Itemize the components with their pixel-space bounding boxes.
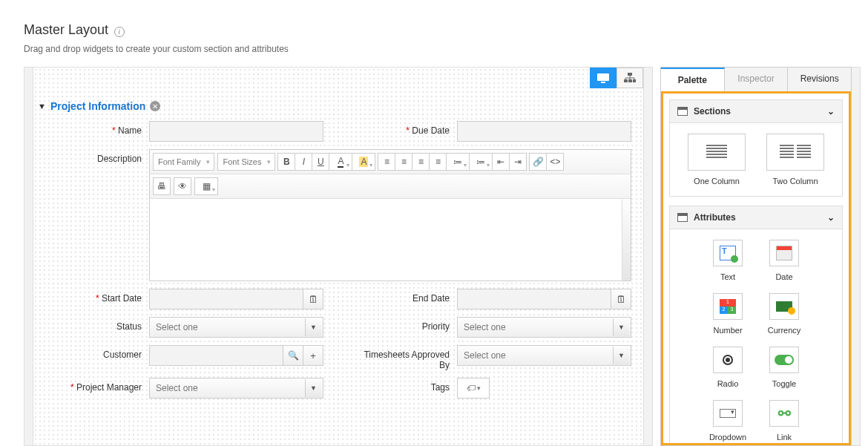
due-date-input[interactable]: [457, 121, 631, 142]
name-label: * Name: [45, 121, 149, 136]
scrollbar[interactable]: [852, 67, 861, 446]
start-date-input[interactable]: [149, 289, 303, 309]
tab-palette[interactable]: Palette: [661, 68, 725, 92]
rte-align-center-button[interactable]: ≡: [395, 153, 412, 171]
start-date-label: * Start Date: [45, 289, 149, 304]
attributes-accordion-header[interactable]: Attributes ⌄: [669, 206, 843, 229]
toggle-attribute-widget[interactable]: Toggle: [764, 347, 804, 388]
calendar-icon[interactable]: 🗓: [611, 289, 631, 309]
timesheets-label: Timesheets Approved By: [353, 345, 457, 370]
rte-outdent-button[interactable]: ⇤: [492, 153, 510, 171]
link-attribute-widget[interactable]: ⚯ Link: [764, 400, 804, 442]
currency-attribute-widget[interactable]: Currency: [764, 293, 804, 335]
svg-rect-5: [633, 79, 636, 82]
rte-underline-button[interactable]: U: [312, 153, 329, 171]
priority-select[interactable]: Select one▼: [457, 317, 631, 338]
rte-preview-button[interactable]: 👁: [174, 177, 191, 195]
rte-align-justify-button[interactable]: ≡: [429, 153, 447, 171]
collapse-icon[interactable]: ▼: [38, 102, 46, 111]
rte-print-button[interactable]: 🖶: [153, 177, 171, 195]
two-column-widget[interactable]: Two Column: [766, 134, 824, 186]
rte-link-button[interactable]: 🔗: [529, 153, 547, 171]
text-attribute-widget[interactable]: Text: [708, 240, 748, 281]
sections-accordion-header[interactable]: Sections ⌄: [669, 99, 843, 123]
tags-label: Tags: [353, 378, 457, 393]
tab-inspector[interactable]: Inspector: [725, 68, 789, 92]
name-input[interactable]: [149, 121, 323, 142]
section-icon: [677, 107, 688, 116]
scrollbar[interactable]: [622, 199, 631, 281]
description-label: Description: [45, 149, 149, 164]
rte-text-color-button[interactable]: A: [329, 153, 352, 171]
svg-rect-2: [628, 73, 632, 76]
desktop-view-button[interactable]: [590, 68, 617, 88]
rte-table-button[interactable]: ▦: [194, 177, 218, 195]
rte-align-right-button[interactable]: ≡: [412, 153, 430, 171]
page-subtitle: Drag and drop widgets to create your cus…: [24, 44, 868, 54]
tab-revisions[interactable]: Revisions: [788, 68, 851, 92]
page-title: Master Layout: [24, 22, 108, 38]
date-attribute-widget[interactable]: Date: [764, 240, 804, 281]
hierarchy-view-button[interactable]: [617, 68, 643, 88]
add-button[interactable]: +: [303, 345, 323, 366]
svg-rect-1: [601, 82, 605, 83]
project-manager-select[interactable]: Select one▼: [149, 378, 323, 399]
radio-attribute-widget[interactable]: Radio: [708, 347, 748, 388]
rte-italic-button[interactable]: I: [295, 153, 312, 171]
search-icon[interactable]: 🔍: [283, 345, 303, 366]
svg-rect-3: [624, 79, 628, 82]
rte-font-sizes[interactable]: Font Sizes: [217, 153, 275, 171]
rte-textarea[interactable]: [150, 199, 631, 281]
rte-bg-color-button[interactable]: A: [352, 153, 375, 171]
project-manager-label: * Project Manager: [45, 378, 149, 393]
rte-code-button[interactable]: <>: [546, 153, 564, 171]
remove-section-button[interactable]: ✕: [150, 101, 160, 111]
section-icon: [677, 213, 688, 222]
rte-bold-button[interactable]: B: [277, 153, 295, 171]
timesheets-select[interactable]: Select one▼: [457, 345, 631, 366]
rte-align-left-button[interactable]: ≡: [378, 153, 395, 171]
info-icon[interactable]: i: [114, 27, 125, 37]
section-title[interactable]: Project Information: [50, 100, 145, 112]
chevron-down-icon: ⌄: [827, 212, 835, 223]
rte-font-family[interactable]: Font Family: [153, 153, 214, 171]
status-label: Status: [45, 317, 149, 332]
rte-indent-button[interactable]: ⇥: [509, 153, 527, 171]
customer-label: Customer: [45, 345, 149, 360]
scrollbar[interactable]: [24, 68, 33, 445]
palette-highlighted-area: Sections ⌄ One Column Two Column: [661, 91, 851, 445]
svg-rect-0: [597, 73, 609, 81]
chevron-down-icon: ⌄: [827, 106, 835, 117]
status-select[interactable]: Select one▼: [149, 317, 323, 338]
svg-rect-4: [628, 79, 632, 82]
rte-number-list-button[interactable]: ≔: [469, 153, 493, 171]
layout-canvas: ▼ Project Information ✕ * Name * Due Dat…: [24, 67, 653, 446]
due-date-label: * Due Date: [353, 121, 457, 136]
dropdown-attribute-widget[interactable]: Dropdown: [708, 400, 748, 442]
number-attribute-widget[interactable]: 123 Number: [708, 293, 748, 335]
calendar-icon[interactable]: 🗓: [303, 289, 323, 309]
customer-input[interactable]: [149, 345, 283, 366]
rte-bullet-list-button[interactable]: ≔: [446, 153, 470, 171]
end-date-label: End Date: [353, 289, 457, 304]
priority-label: Priority: [353, 317, 457, 332]
one-column-widget[interactable]: One Column: [688, 134, 746, 186]
scrollbar[interactable]: [643, 68, 652, 445]
description-editor[interactable]: Font Family Font Sizes B I U A A: [149, 149, 631, 281]
tags-input[interactable]: 🏷 ▾: [457, 378, 490, 399]
end-date-input[interactable]: [457, 289, 611, 309]
